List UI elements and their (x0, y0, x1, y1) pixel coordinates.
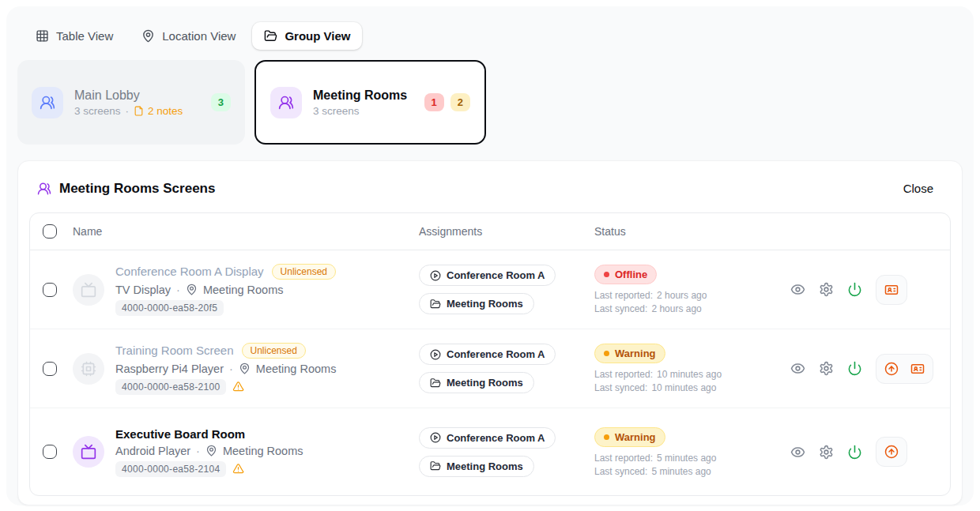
screens-panel: Meeting Rooms Screens Close Name Assignm… (17, 160, 963, 505)
device-avatar (73, 353, 104, 385)
alert-actions-group (876, 437, 907, 467)
update-button[interactable] (884, 445, 899, 459)
device-location: Meeting Rooms (223, 445, 303, 457)
folder-open-icon (264, 29, 277, 43)
actions-cell (775, 354, 950, 384)
device-id: 4000-0000-ea58-2100 (115, 379, 226, 395)
last-synced-value: 10 minutes ago (651, 382, 716, 393)
power-icon (847, 282, 862, 297)
screen-title: Conference Room A Display (115, 265, 264, 278)
device-id: 4000-0000-ea58-20f5 (115, 300, 224, 316)
group-screens-count: 3 screens (313, 105, 360, 117)
preview-button[interactable] (790, 282, 805, 297)
assignment-chip[interactable]: Meeting Rooms (419, 293, 534, 314)
name-cell: Training Room Screen Unlicensed Raspberr… (73, 343, 419, 395)
name-cell: Conference Room A Display Unlicensed TV … (73, 264, 419, 316)
warning-badge: 2 (450, 93, 470, 111)
status-badge: Offline (594, 265, 657, 284)
eye-icon (790, 282, 805, 297)
folder-open-icon (430, 460, 441, 472)
panel-header: Meeting Rooms Screens Close (29, 174, 951, 200)
status-timestamps: Last reported:10 minutes ago Last synced… (594, 369, 722, 393)
assignment-chip[interactable]: Conference Room A (419, 344, 556, 365)
preview-button[interactable] (790, 361, 805, 376)
license-button[interactable] (884, 283, 899, 297)
close-button[interactable]: Close (894, 177, 943, 200)
group-meta: 3 screens · 2 notes (74, 105, 183, 117)
device-type: Android Player (115, 445, 190, 457)
assignment-label: Meeting Rooms (447, 298, 523, 310)
row-checkbox[interactable] (43, 283, 57, 297)
assignments-cell: Conference Room A Meeting Rooms (419, 265, 594, 314)
assignment-chip[interactable]: Conference Room A (419, 427, 556, 449)
update-button[interactable] (884, 362, 899, 376)
table-row: Executive Board Room Android Player · Me… (30, 408, 950, 495)
group-card-main-lobby[interactable]: Main Lobby 3 screens · 2 notes 3 (17, 60, 245, 145)
dot-separator: · (196, 445, 200, 457)
settings-icon (819, 282, 834, 297)
device-id: 4000-0000-ea58-2104 (115, 461, 226, 477)
settings-button[interactable] (819, 361, 834, 376)
settings-button[interactable] (819, 282, 834, 297)
group-name: Main Lobby (74, 88, 183, 103)
last-reported-label: Last reported: (594, 369, 653, 380)
group-meta: 3 screens (313, 105, 407, 117)
group-badges: 1 2 (424, 93, 470, 111)
power-button[interactable] (847, 445, 862, 460)
circle-play-icon (430, 349, 441, 360)
error-badge: 1 (424, 93, 444, 111)
group-notes: 2 notes (134, 105, 183, 117)
last-synced-label: Last synced: (594, 303, 647, 314)
table-row: Training Room Screen Unlicensed Raspberr… (30, 329, 950, 408)
license-button[interactable] (910, 362, 925, 376)
map-pin-icon (239, 363, 251, 374)
id-card-icon (884, 283, 899, 297)
folder-open-icon (430, 378, 441, 389)
settings-button[interactable] (819, 445, 834, 460)
name-lines: Training Room Screen Unlicensed Raspberr… (115, 343, 336, 395)
group-name: Meeting Rooms (313, 88, 407, 103)
group-notes-count: 2 notes (148, 105, 183, 117)
assignment-chip[interactable]: Conference Room A (419, 265, 556, 286)
tab-location-view[interactable]: Location View (130, 22, 247, 50)
group-screens-count: 3 screens (74, 105, 121, 117)
dot-separator: · (176, 284, 180, 296)
eye-icon (790, 361, 805, 376)
power-button[interactable] (847, 282, 862, 297)
row-checkbox[interactable] (43, 362, 57, 376)
last-reported-label: Last reported: (594, 290, 653, 301)
status-dot-icon (604, 434, 609, 440)
assignments-cell: Conference Room A Meeting Rooms (419, 344, 594, 393)
alert-actions-group (876, 354, 933, 384)
last-reported-value: 5 minutes ago (657, 453, 716, 464)
assignment-label: Conference Room A (447, 269, 545, 281)
row-checkbox[interactable] (43, 445, 57, 459)
last-synced-value: 5 minutes ago (651, 466, 710, 477)
power-button[interactable] (847, 361, 862, 376)
status-timestamps: Last reported:5 minutes ago Last synced:… (594, 453, 716, 477)
status-label: Offline (615, 269, 647, 280)
assignment-chip[interactable]: Meeting Rooms (419, 456, 534, 477)
group-cards: Main Lobby 3 screens · 2 notes 3 Meeting… (17, 60, 963, 145)
status-cell: Offline Last reported:2 hours ago Last s… (594, 265, 775, 314)
cpu-icon (81, 361, 96, 377)
status-label: Warning (615, 431, 656, 443)
tab-label: Group View (285, 29, 350, 43)
select-all-checkbox[interactable] (43, 224, 57, 239)
file-icon (134, 106, 144, 116)
eye-icon (790, 445, 805, 460)
count-badge: 3 (211, 93, 231, 111)
tv-icon (81, 282, 96, 298)
circle-play-icon (430, 432, 441, 443)
tab-table-view[interactable]: Table View (24, 22, 125, 50)
map-pin-icon (205, 445, 217, 457)
tab-label: Location View (162, 29, 236, 43)
last-reported-label: Last reported: (594, 453, 653, 464)
preview-button[interactable] (790, 445, 805, 460)
group-card-meeting-rooms[interactable]: Meeting Rooms 3 screens 1 2 (254, 60, 486, 145)
id-card-icon (910, 362, 925, 376)
column-header-name: Name (73, 225, 419, 238)
dot-separator: · (229, 363, 233, 375)
assignment-chip[interactable]: Meeting Rooms (419, 372, 534, 393)
tab-group-view[interactable]: Group View (252, 22, 362, 50)
